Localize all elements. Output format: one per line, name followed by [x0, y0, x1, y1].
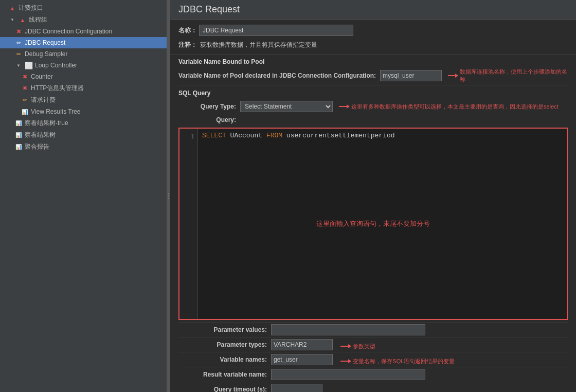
- query-type-row: Query Type: Select Statement 这里有多种数据库操作类…: [178, 99, 568, 114]
- arrow-icon3: [340, 346, 351, 347]
- param-values-input[interactable]: [271, 324, 425, 335]
- listener-icon3: 📊: [14, 131, 23, 139]
- pool-variable-row: Variable Name of Pool declared in JDBC C…: [178, 66, 568, 85]
- param-values-row: Parameter values:: [178, 322, 568, 337]
- query-label-row: Query:: [178, 114, 568, 126]
- sidebar-item-label: JDBC Connection Configuration: [25, 28, 112, 35]
- result-variable-wrap: [271, 369, 425, 380]
- thread-group-icon: ▲: [8, 4, 16, 12]
- sidebar-item-jiekou[interactable]: ▲ 计费接口: [0, 2, 167, 14]
- sidebar-item-http-header[interactable]: ✖ HTTP信息头管理器: [0, 82, 167, 94]
- variable-names-annotation: 变量名称，保存SQL语句返回结果的变量: [338, 358, 455, 365]
- pool-variable-input[interactable]: [380, 70, 442, 81]
- param-types-label: Parameter types:: [178, 341, 271, 348]
- listener-icon2: 📊: [14, 119, 23, 128]
- sidebar-item-label: 请求计费: [31, 96, 56, 104]
- result-variable-label: Result variable name:: [178, 371, 271, 378]
- pool-annotation: 数据库连接池名称，使用上个步骤添加的名称: [446, 68, 568, 83]
- sidebar-item-label: 察看结果树: [25, 131, 56, 139]
- debug-icon: ✏: [14, 50, 23, 58]
- query-timeout-wrap: [271, 384, 322, 392]
- sidebar-item-jdbc-request[interactable]: ✏ JDBC Request: [0, 37, 167, 48]
- sidebar-item-view-results-tree[interactable]: 📊 View Results Tree: [0, 106, 167, 117]
- expand-icon: [8, 16, 16, 24]
- query-timeout-input[interactable]: [271, 384, 322, 392]
- pool-form: Variable Name of Pool declared in JDBC C…: [170, 66, 576, 85]
- arrow-icon4: [340, 361, 351, 362]
- query-type-select[interactable]: Select Statement: [240, 101, 333, 112]
- thread-group-icon: ▲: [19, 16, 27, 24]
- main-content: JDBC Request 名称： 注释： 获取数据库数据，并且将其保存值指定变量…: [170, 0, 576, 392]
- sidebar-item-label: Loop Controller: [35, 62, 77, 69]
- sidebar-item-label: Counter: [31, 73, 53, 80]
- sidebar-item-view-results-true[interactable]: 📊 察看结果树-true: [0, 117, 167, 129]
- name-section: 名称： 注释： 获取数据库数据，并且将其保存值指定变量: [170, 20, 576, 55]
- sql-query-section: SQL Query Query Type: Select Statement 这…: [170, 85, 576, 128]
- sidebar-item-label: Debug Sampler: [25, 50, 67, 58]
- comment-value: 获取数据库数据，并且将其保存值指定变量: [200, 41, 317, 49]
- sidebar-item-aggregate[interactable]: 📊 聚合报告: [0, 141, 167, 153]
- query-type-annotation: 这里有多种数据库操作类型可以选择，本文最主要用的是查询，因此选择的是select: [337, 103, 559, 111]
- sidebar-item-loop-controller[interactable]: ⬜ Loop Controller: [0, 60, 167, 71]
- sidebar-item-label: 线程组: [29, 15, 47, 24]
- query-type-label: Query Type:: [178, 103, 240, 110]
- content-header: JDBC Request: [170, 0, 576, 20]
- listener-icon: 📊: [21, 108, 29, 116]
- config-icon: ✖: [14, 27, 23, 35]
- comment-row: 注释： 获取数据库数据，并且将其保存值指定变量: [178, 38, 568, 51]
- sidebar-item-xianchengzu[interactable]: ▲ 线程组: [0, 14, 167, 26]
- param-types-input[interactable]: [271, 339, 333, 350]
- sampler-icon: ✏: [14, 39, 23, 47]
- sidebar-item-debug-sampler[interactable]: ✏ Debug Sampler: [0, 48, 167, 60]
- sampler-icon2: ✏: [21, 96, 29, 104]
- pool-section-title: Variable Name Bound to Pool: [170, 55, 576, 66]
- comment-label: 注释：: [178, 41, 197, 49]
- sidebar-item-counter[interactable]: ✖ Counter: [0, 71, 167, 82]
- param-types-annotation: 参数类型: [338, 343, 375, 350]
- sidebar-item-label: View Results Tree: [31, 108, 81, 115]
- page-title: JDBC Request: [178, 4, 568, 15]
- sidebar-item-label: JDBC Request: [25, 39, 65, 46]
- sidebar: ▲ 计费接口 ▲ 线程组 ✖ JDBC Connection Configura…: [0, 0, 167, 392]
- name-input[interactable]: [199, 25, 353, 36]
- name-label: 名称：: [178, 26, 197, 35]
- arrow-icon2: [339, 106, 349, 107]
- arrow-icon: [448, 75, 458, 76]
- param-types-wrap: 参数类型: [271, 339, 375, 350]
- name-row: 名称：: [178, 23, 568, 38]
- result-variable-input[interactable]: [271, 369, 425, 380]
- sidebar-item-jdbc-config[interactable]: ✖ JDBC Connection Configuration: [0, 26, 167, 37]
- pool-variable-label: Variable Name of Pool declared in JDBC C…: [178, 72, 380, 79]
- sidebar-item-label: 聚合报告: [25, 142, 49, 151]
- sql-section-title: SQL Query: [178, 87, 568, 99]
- sidebar-item-label: 计费接口: [19, 4, 43, 12]
- sidebar-item-request-calc[interactable]: ✏ 请求计费: [0, 94, 167, 106]
- code-editor[interactable]: 1 SELECT UAccount FROM usercurrentsettle…: [178, 128, 568, 320]
- sidebar-item-label: 察看结果树-true: [25, 119, 68, 128]
- variable-names-row: Variable names: 变量名称，保存SQL语句返回结果的变量: [178, 352, 568, 367]
- query-timeout-label: Query timeout (s):: [178, 386, 271, 392]
- expand-icon: [14, 61, 23, 69]
- code-content[interactable]: SELECT UAccount FROM usercurrentsettleme…: [198, 129, 567, 319]
- sidebar-item-view-results2[interactable]: 📊 察看结果树: [0, 129, 167, 141]
- line-num-1: 1: [179, 132, 197, 141]
- result-variable-row: Result variable name:: [178, 367, 568, 382]
- bottom-form: Parameter values: Parameter types: 参数类型 …: [170, 322, 576, 392]
- header-icon: ✖: [21, 84, 29, 93]
- variable-names-input[interactable]: [271, 354, 333, 365]
- variable-names-label: Variable names:: [178, 356, 271, 363]
- aggregate-icon: 📊: [14, 143, 23, 151]
- query-label: Query:: [178, 116, 240, 123]
- param-types-row: Parameter types: 参数类型: [178, 337, 568, 352]
- query-timeout-row: Query timeout (s):: [178, 382, 568, 392]
- param-values-wrap: [271, 324, 425, 335]
- counter-icon: ✖: [21, 73, 29, 81]
- line-numbers: 1: [179, 129, 198, 319]
- param-values-label: Parameter values:: [178, 326, 271, 333]
- variable-names-wrap: 变量名称，保存SQL语句返回结果的变量: [271, 354, 455, 365]
- pool-variable-value-wrap: 数据库连接池名称，使用上个步骤添加的名称: [380, 68, 568, 83]
- sidebar-item-label: HTTP信息头管理器: [31, 84, 84, 93]
- controller-icon: ⬜: [25, 61, 33, 69]
